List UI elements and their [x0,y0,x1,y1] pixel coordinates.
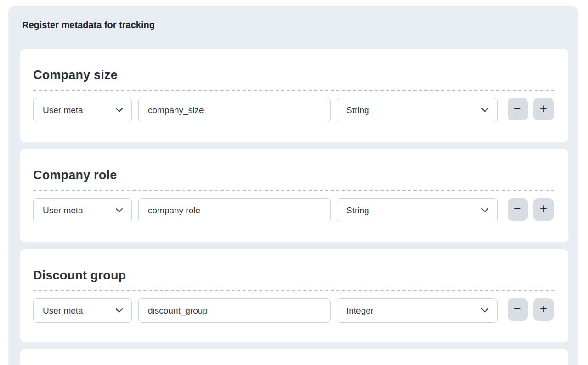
remove-row-button[interactable]: − [508,198,528,221]
chevron-down-icon [115,208,123,213]
remove-row-button[interactable]: − [508,98,528,120]
chevron-down-icon [481,208,489,213]
metadata-card-discount-group: Discount group User meta Integer − + [20,249,568,342]
source-select-value: User meta [43,105,83,115]
row-actions: − + [508,98,554,120]
metadata-row: User meta String − + [33,198,555,222]
metadata-panel: Register metadata for tracking Company s… [8,6,578,365]
dashed-divider [33,90,555,91]
metadata-row: User meta String − + [33,98,555,122]
source-select-value: User meta [43,306,83,316]
source-select[interactable]: User meta [33,98,132,122]
row-actions: − + [508,298,554,321]
metadata-card-company-size: Company size User meta String − + [20,49,568,142]
metadata-key-input[interactable] [138,298,331,323]
source-select[interactable]: User meta [33,298,132,323]
source-select[interactable]: User meta [33,198,132,222]
metadata-card-partial [20,349,568,365]
type-select[interactable]: String [337,198,498,222]
chevron-down-icon [115,308,123,313]
card-heading: Company role [33,167,555,183]
metadata-key-input[interactable] [138,98,331,122]
card-heading: Discount group [33,268,555,283]
card-heading: Company size [33,67,555,83]
type-select-value: Integer [346,306,373,316]
type-select[interactable]: String [337,98,498,122]
dashed-divider [33,290,555,291]
add-row-button[interactable]: + [533,198,554,221]
type-select-value: String [346,105,369,115]
chevron-down-icon [481,308,489,313]
metadata-row: User meta Integer − + [33,298,555,323]
add-row-button[interactable]: + [533,98,554,120]
dashed-divider [33,190,555,191]
add-row-button[interactable]: + [533,298,554,321]
chevron-down-icon [115,108,123,113]
type-select[interactable]: Integer [337,298,498,323]
remove-row-button[interactable]: − [508,298,528,321]
row-actions: − + [508,198,554,221]
metadata-key-input[interactable] [138,198,331,222]
source-select-value: User meta [43,205,83,216]
metadata-card-company-role: Company role User meta String − + [20,149,568,242]
type-select-value: String [346,205,369,216]
chevron-down-icon [481,108,489,113]
page-title: Register metadata for tracking [22,18,568,31]
